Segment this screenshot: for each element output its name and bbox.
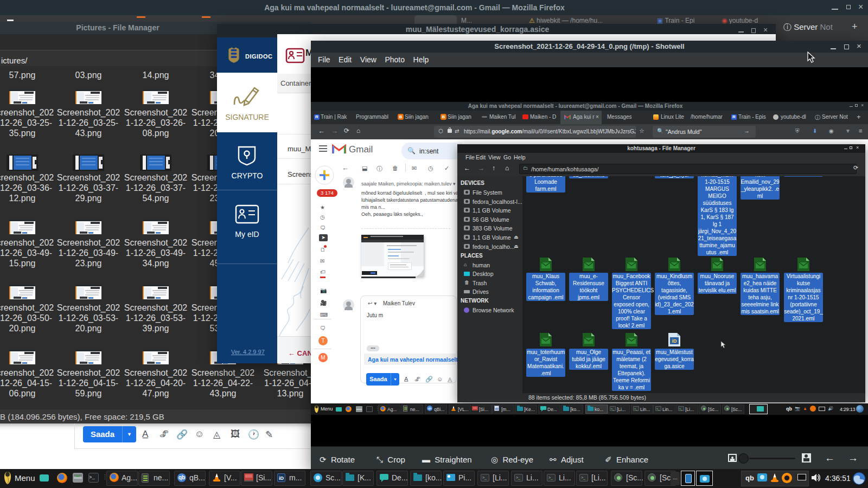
svg-text:iD: iD xyxy=(672,338,678,344)
